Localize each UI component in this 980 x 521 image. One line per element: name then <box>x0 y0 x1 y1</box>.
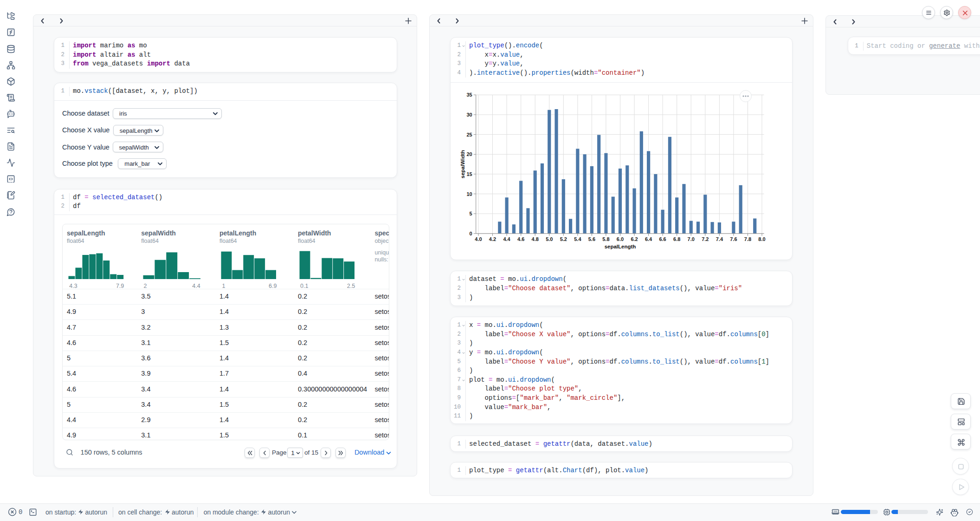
svg-text:7.6: 7.6 <box>730 236 737 242</box>
svg-text:5.8: 5.8 <box>602 236 609 242</box>
svg-text:5.0: 5.0 <box>546 236 553 242</box>
svg-text:5: 5 <box>470 211 472 216</box>
svg-text:5.6: 5.6 <box>588 236 595 242</box>
svg-text:20: 20 <box>466 151 472 157</box>
svg-text:4.2: 4.2 <box>489 236 496 242</box>
svg-text:5.2: 5.2 <box>560 236 567 242</box>
svg-text:4.8: 4.8 <box>532 236 539 242</box>
svg-text:7.0: 7.0 <box>688 236 695 242</box>
svg-text:30: 30 <box>466 112 472 117</box>
svg-text:7.4: 7.4 <box>716 236 723 242</box>
svg-text:15: 15 <box>466 171 472 177</box>
svg-text:6.2: 6.2 <box>631 236 638 242</box>
svg-text:5.4: 5.4 <box>574 236 581 242</box>
svg-text:10: 10 <box>466 191 472 197</box>
svg-text:7.8: 7.8 <box>744 236 751 242</box>
svg-text:35: 35 <box>466 92 472 98</box>
svg-text:sepalLength: sepalLength <box>605 244 636 249</box>
svg-text:0: 0 <box>470 231 472 236</box>
svg-text:sepalWidth: sepalWidth <box>460 150 465 178</box>
svg-text:4.0: 4.0 <box>475 236 482 242</box>
svg-text:6.6: 6.6 <box>659 236 666 242</box>
svg-text:6.8: 6.8 <box>673 236 680 242</box>
svg-text:7.2: 7.2 <box>702 236 709 242</box>
svg-text:8.0: 8.0 <box>758 236 765 242</box>
svg-text:6.4: 6.4 <box>645 236 652 242</box>
svg-text:6.0: 6.0 <box>617 236 624 242</box>
svg-text:4.4: 4.4 <box>503 236 510 242</box>
svg-text:25: 25 <box>466 132 472 137</box>
svg-text:4.6: 4.6 <box>517 236 524 242</box>
